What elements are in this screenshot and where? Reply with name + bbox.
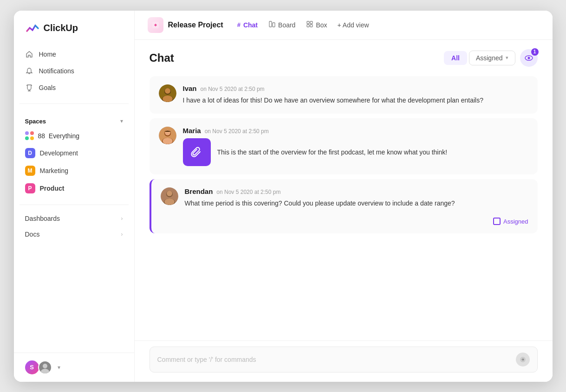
assigned-filter-label: Assigned (476, 54, 503, 62)
project-title: Release Project (168, 21, 223, 29)
trophy-icon (25, 84, 33, 92)
tab-board[interactable]: Board (263, 18, 301, 32)
marketing-badge: M (25, 166, 35, 176)
filter-assigned-button[interactable]: Assigned ▾ (469, 51, 515, 65)
sidebar-item-goals[interactable]: Goals (20, 79, 129, 96)
send-button[interactable] (516, 353, 530, 366)
home-label: Home (39, 51, 56, 58)
box-tab-icon (306, 21, 313, 29)
maria-time: on Nov 5 2020 at 2:50 pm (205, 128, 269, 135)
brendan-message-body: Brendan on Nov 5 2020 at 2:50 pm What ti… (185, 187, 528, 225)
watch-button[interactable]: 1 (520, 49, 538, 67)
paperclip-icon (191, 146, 203, 158)
sidebar-nav: Home Notifications (14, 44, 134, 98)
sidebar-item-notifications[interactable]: Notifications (20, 63, 129, 79)
project-icon (148, 17, 163, 33)
comment-box[interactable]: Comment or type '/' for commands (150, 347, 538, 373)
svg-point-14 (165, 88, 170, 94)
comment-placeholder: Comment or type '/' for commands (157, 356, 516, 363)
watch-badge: 1 (531, 48, 539, 56)
notifications-label: Notifications (39, 67, 74, 75)
chat-filters: All Assigned ▾ (444, 51, 515, 65)
assigned-filter-chevron-icon: ▾ (506, 55, 508, 61)
sidebar-item-dashboards[interactable]: Dashboards › (14, 211, 134, 226)
user2-avatar-image (39, 361, 51, 373)
avatar-user1[interactable]: S (25, 360, 39, 374)
sidebar-item-everything[interactable]: 88 Everything (20, 128, 129, 144)
chat-area: Chat All Assigned ▾ 1 (135, 40, 553, 382)
spaces-section: Spaces ▾ 88 Everything D Develo (14, 109, 134, 199)
spaces-label: Spaces (25, 118, 46, 125)
product-badge: P (25, 183, 35, 193)
svg-point-0 (43, 364, 47, 368)
ivan-time: on Nov 5 2020 at 2:50 pm (201, 86, 265, 92)
maria-message-body: Maria on Nov 5 2020 at 2:50 pm This is t… (183, 127, 528, 166)
chat-tab-icon: # (237, 21, 241, 28)
svg-rect-6 (310, 21, 312, 24)
avatar-brendan (161, 187, 178, 205)
attachment-icon (183, 138, 211, 166)
app-container: ClickUp Home Notifications (14, 11, 553, 382)
avatar-user2[interactable] (38, 360, 52, 374)
svg-rect-3 (269, 21, 272, 27)
chat-header: Chat All Assigned ▾ 1 (135, 40, 553, 72)
message-ivan: Ivan on Nov 5 2020 at 2:50 pm I have a l… (150, 76, 538, 114)
sidebar-item-product[interactable]: P Product (20, 180, 129, 197)
ivan-message-body: Ivan on Nov 5 2020 at 2:50 pm I have a l… (183, 84, 528, 105)
filter-all-button[interactable]: All (444, 51, 467, 65)
topbar: Release Project # Chat Board (135, 11, 553, 40)
development-badge: D (25, 148, 35, 158)
sidebar-footer: S ▾ (14, 353, 134, 382)
svg-rect-5 (307, 21, 309, 24)
svg-rect-7 (307, 25, 309, 27)
goals-label: Goals (39, 84, 56, 91)
svg-point-15 (163, 96, 173, 102)
everything-icon (25, 131, 34, 141)
board-tab-label: Board (278, 21, 295, 29)
brendan-name: Brendan (185, 187, 213, 195)
assigned-checkbox[interactable] (493, 218, 501, 225)
message-brendan: Brendan on Nov 5 2020 at 2:50 pm What ti… (150, 179, 538, 233)
svg-point-20 (163, 138, 173, 144)
footer-chevron-icon[interactable]: ▾ (58, 364, 60, 371)
dashboards-arrow-icon: › (121, 215, 123, 222)
add-view-button[interactable]: + Add view (333, 19, 374, 32)
brendan-avatar-image (161, 187, 178, 205)
ivan-message-meta: Ivan on Nov 5 2020 at 2:50 pm (183, 84, 528, 92)
sidebar: ClickUp Home Notifications (14, 11, 135, 382)
sidebar-item-marketing[interactable]: M Marketing (20, 162, 129, 180)
project-icon-svg (151, 20, 160, 30)
spaces-chevron-icon: ▾ (120, 118, 123, 124)
docs-label: Docs (25, 231, 40, 238)
spaces-header[interactable]: Spaces ▾ (20, 115, 129, 128)
board-tab-icon (269, 21, 275, 29)
sidebar-item-docs[interactable]: Docs › (14, 226, 134, 242)
chat-tab-label: Chat (243, 21, 258, 29)
main-content: Release Project # Chat Board (135, 11, 553, 382)
home-icon (25, 50, 33, 58)
sidebar-item-development[interactable]: D Development (20, 144, 129, 162)
logo-text: ClickUp (44, 23, 78, 33)
send-icon (520, 356, 526, 363)
clickup-logo-icon (25, 21, 40, 36)
avatar-maria (159, 127, 176, 144)
assigned-badge[interactable]: Assigned (493, 218, 528, 225)
message-maria: Maria on Nov 5 2020 at 2:50 pm This is t… (150, 118, 538, 174)
svg-point-1 (41, 369, 49, 373)
tab-box[interactable]: Box (301, 18, 332, 32)
maria-text: This is the start of the overview for th… (217, 147, 448, 157)
product-label: Product (40, 185, 65, 192)
sidebar-item-home[interactable]: Home (20, 46, 129, 63)
ivan-name: Ivan (183, 84, 197, 92)
tab-chat[interactable]: # Chat (232, 19, 263, 32)
brendan-assigned-footer: Assigned (185, 212, 528, 225)
comment-input-area: Comment or type '/' for commands (135, 341, 553, 382)
development-label: Development (40, 149, 78, 157)
svg-point-24 (167, 191, 172, 196)
bell-icon (25, 67, 33, 75)
svg-rect-4 (273, 23, 275, 27)
maria-name: Maria (183, 127, 201, 135)
box-tab-label: Box (316, 21, 327, 29)
svg-point-10 (527, 57, 530, 59)
dashboards-label: Dashboards (25, 215, 60, 222)
